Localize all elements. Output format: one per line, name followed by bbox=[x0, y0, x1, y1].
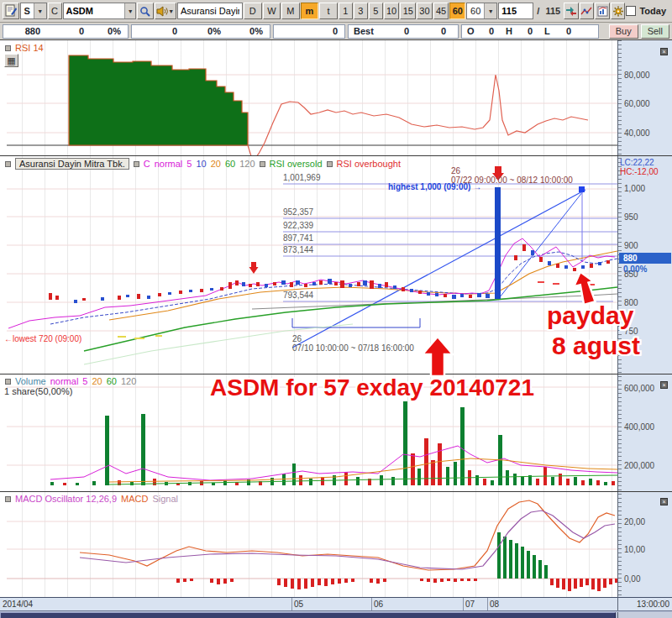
legend-overbought: RSI overbought bbox=[337, 159, 401, 169]
sell-button[interactable]: Sell bbox=[641, 24, 669, 39]
quote-group-2: 0 0% 0% bbox=[131, 24, 270, 39]
interval-select-value: 60 bbox=[467, 6, 484, 16]
trendline-icon bbox=[580, 6, 592, 16]
pan-chart-button[interactable] bbox=[564, 3, 579, 19]
payday-annotation-line1: payday bbox=[547, 301, 633, 330]
today-checkbox[interactable] bbox=[626, 6, 636, 16]
price-panel: Asuransi Dayin Mitra Tbk. C normal 5 10 … bbox=[0, 156, 617, 374]
chart-report-button[interactable] bbox=[595, 3, 610, 19]
legend-toggle-icon[interactable] bbox=[327, 161, 333, 167]
legend-ma120: 120 bbox=[239, 159, 255, 169]
legend-toggle-icon[interactable] bbox=[5, 496, 11, 502]
macd-panel: MACD Oscillator 12,26,9 MACD Signal bbox=[0, 492, 617, 597]
quote-price-group: 880 0 0% bbox=[3, 24, 129, 39]
macd-chart-graphic bbox=[0, 492, 617, 597]
symbol-name-input[interactable] bbox=[177, 3, 243, 19]
low-value: 0 bbox=[553, 26, 578, 36]
change-pct-tag: 0,00% bbox=[623, 264, 647, 274]
interval-button-15[interactable]: 15 bbox=[400, 3, 416, 19]
close-icon[interactable]: × bbox=[660, 381, 668, 389]
time-label: 08 bbox=[490, 600, 499, 609]
macd-signal-label: Signal bbox=[152, 494, 178, 504]
best-value-2: 0 bbox=[416, 26, 453, 36]
grid-settings-button[interactable]: ▦ bbox=[4, 54, 18, 67]
time-tick bbox=[463, 598, 464, 611]
price-axis-label: 950 bbox=[624, 212, 638, 222]
legend-ma10: 10 bbox=[196, 159, 206, 169]
open-label: O bbox=[462, 26, 475, 36]
close-icon[interactable]: × bbox=[660, 498, 668, 505]
rsi-legend-label: RSI 14 bbox=[15, 43, 44, 53]
chart-area: RSI 14 ▦ Asuransi Dayin Mitra Tbk. C nor… bbox=[0, 39, 672, 618]
bar-count-input[interactable] bbox=[498, 3, 533, 19]
period-button-minute[interactable]: m bbox=[301, 3, 319, 19]
interval-button-60[interactable]: 60 bbox=[449, 3, 465, 19]
code-label: C bbox=[48, 3, 62, 19]
period-button-daily[interactable]: D bbox=[244, 3, 262, 19]
interval-button-3[interactable]: 3 bbox=[354, 3, 368, 19]
price-change-pct: 0% bbox=[91, 26, 128, 36]
bar-count-total: 115 bbox=[543, 6, 563, 16]
time-label: 06 bbox=[374, 600, 383, 609]
chevron-down-icon[interactable]: ▼ bbox=[124, 3, 135, 18]
interval-button-5[interactable]: 5 bbox=[369, 3, 383, 19]
sound-alert-button[interactable]: ▼ bbox=[155, 3, 176, 19]
legend-candle: C bbox=[144, 159, 150, 169]
gear-icon bbox=[612, 6, 624, 17]
bar-count-separator: / bbox=[534, 6, 542, 16]
legend-toggle-icon[interactable] bbox=[5, 45, 11, 51]
rsi-chart-graphic bbox=[0, 40, 617, 156]
interval-select[interactable]: 60 ▼ bbox=[466, 3, 497, 19]
interval-button-1[interactable]: 1 bbox=[339, 3, 353, 19]
last-bar-time: 13:00:00 bbox=[617, 597, 672, 610]
legend-toggle-icon[interactable] bbox=[134, 161, 139, 167]
legend-oversold: RSI oversold bbox=[270, 159, 323, 169]
period-button-weekly[interactable]: W bbox=[263, 3, 281, 19]
chevron-down-icon: ▼ bbox=[168, 8, 174, 14]
period-button-tick[interactable]: t bbox=[319, 3, 338, 19]
rsi-axis-label: 40,000 bbox=[624, 128, 650, 138]
interval-button-45[interactable]: 45 bbox=[433, 3, 449, 19]
price-legend: Asuransi Dayin Mitra Tbk. C normal 5 10 … bbox=[5, 158, 401, 170]
legend-toggle-icon[interactable] bbox=[5, 161, 11, 167]
legend-normal: normal bbox=[50, 376, 79, 386]
search-button[interactable] bbox=[137, 3, 154, 19]
close-icon[interactable]: × bbox=[660, 48, 668, 55]
legend-ma120: 120 bbox=[121, 376, 136, 386]
stock-type-select[interactable]: S ▼ bbox=[20, 3, 47, 19]
time-label: 2014/04 bbox=[3, 600, 33, 609]
chart-page-icon bbox=[597, 6, 608, 17]
volume-legend: Volume normal 5 20 60 120 bbox=[5, 376, 136, 386]
trend-tool-button[interactable] bbox=[580, 3, 595, 19]
today-toggle[interactable]: Today bbox=[626, 6, 669, 16]
hc-value: HC:-12,00 bbox=[620, 167, 659, 176]
pan-arrows-icon bbox=[565, 6, 577, 16]
period-button-monthly[interactable]: M bbox=[281, 3, 300, 19]
speaker-icon bbox=[156, 6, 168, 17]
interval-button-10[interactable]: 10 bbox=[384, 3, 400, 19]
macd-axis-label: 0,00 bbox=[624, 574, 640, 584]
quote-ohl-group: O 0 H 0 L 0 bbox=[461, 24, 599, 39]
time-tick bbox=[291, 598, 292, 611]
symbol-input[interactable] bbox=[64, 3, 125, 18]
scrollbar-thumb[interactable] bbox=[0, 612, 616, 618]
share-scale-label: 1 share(50,00%) bbox=[4, 386, 72, 396]
legend-ma60: 60 bbox=[225, 159, 235, 169]
memo-icon bbox=[5, 4, 17, 18]
toolbar: S ▼ C ▼ ▼ D W M m t 1 3 5 10 15 30 45 60… bbox=[0, 0, 672, 23]
memo-button[interactable] bbox=[3, 3, 19, 19]
interval-button-30[interactable]: 30 bbox=[417, 3, 433, 19]
legend-ma5: 5 bbox=[186, 159, 192, 169]
search-icon bbox=[139, 6, 150, 17]
buy-button[interactable]: Buy bbox=[609, 24, 638, 39]
high-label: H bbox=[501, 26, 514, 36]
trading-chart-window: S ▼ C ▼ ▼ D W M m t 1 3 5 10 15 30 45 60… bbox=[0, 0, 672, 618]
symbol-combo: ▼ bbox=[63, 3, 137, 19]
legend-toggle-icon[interactable] bbox=[260, 161, 265, 167]
legend-ma20: 20 bbox=[211, 159, 221, 169]
settings-button[interactable] bbox=[611, 3, 626, 19]
legend-toggle-icon[interactable] bbox=[5, 379, 11, 385]
best-label: Best bbox=[349, 26, 382, 36]
exday-annotation: ASDM for 57 exday 20140721 bbox=[210, 374, 534, 401]
range-count-top: 26 bbox=[451, 166, 460, 175]
